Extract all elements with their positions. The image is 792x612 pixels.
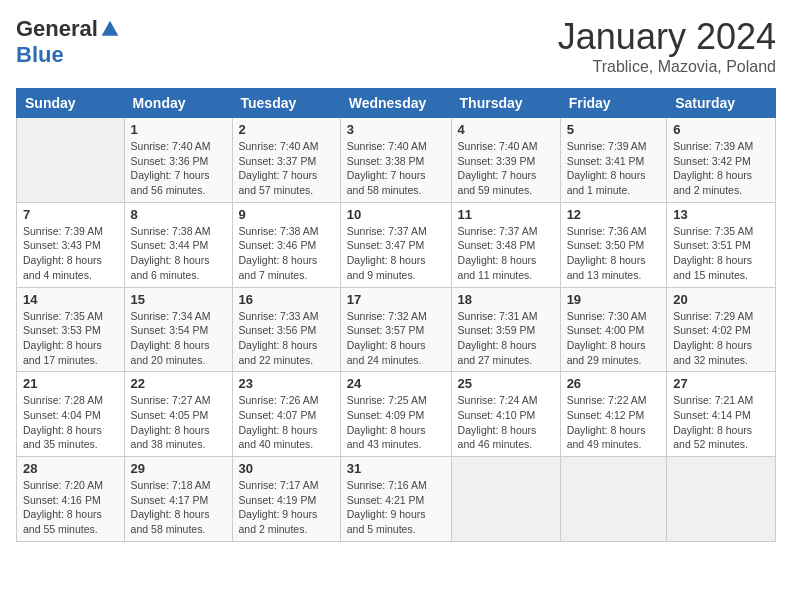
calendar-table: SundayMondayTuesdayWednesdayThursdayFrid… bbox=[16, 88, 776, 542]
calendar-week-3: 14Sunrise: 7:35 AM Sunset: 3:53 PM Dayli… bbox=[17, 287, 776, 372]
calendar-cell: 4Sunrise: 7:40 AM Sunset: 3:39 PM Daylig… bbox=[451, 118, 560, 203]
day-number: 10 bbox=[347, 207, 445, 222]
day-info: Sunrise: 7:40 AM Sunset: 3:39 PM Dayligh… bbox=[458, 139, 554, 198]
calendar-cell: 31Sunrise: 7:16 AM Sunset: 4:21 PM Dayli… bbox=[340, 457, 451, 542]
calendar-cell: 17Sunrise: 7:32 AM Sunset: 3:57 PM Dayli… bbox=[340, 287, 451, 372]
day-info: Sunrise: 7:34 AM Sunset: 3:54 PM Dayligh… bbox=[131, 309, 226, 368]
day-info: Sunrise: 7:30 AM Sunset: 4:00 PM Dayligh… bbox=[567, 309, 661, 368]
day-number: 17 bbox=[347, 292, 445, 307]
day-info: Sunrise: 7:40 AM Sunset: 3:36 PM Dayligh… bbox=[131, 139, 226, 198]
calendar-cell: 12Sunrise: 7:36 AM Sunset: 3:50 PM Dayli… bbox=[560, 202, 667, 287]
day-number: 20 bbox=[673, 292, 769, 307]
day-number: 19 bbox=[567, 292, 661, 307]
day-info: Sunrise: 7:18 AM Sunset: 4:17 PM Dayligh… bbox=[131, 478, 226, 537]
day-number: 3 bbox=[347, 122, 445, 137]
weekday-header-tuesday: Tuesday bbox=[232, 89, 340, 118]
calendar-week-2: 7Sunrise: 7:39 AM Sunset: 3:43 PM Daylig… bbox=[17, 202, 776, 287]
day-info: Sunrise: 7:29 AM Sunset: 4:02 PM Dayligh… bbox=[673, 309, 769, 368]
day-info: Sunrise: 7:25 AM Sunset: 4:09 PM Dayligh… bbox=[347, 393, 445, 452]
day-number: 31 bbox=[347, 461, 445, 476]
calendar-cell: 9Sunrise: 7:38 AM Sunset: 3:46 PM Daylig… bbox=[232, 202, 340, 287]
day-info: Sunrise: 7:21 AM Sunset: 4:14 PM Dayligh… bbox=[673, 393, 769, 452]
day-info: Sunrise: 7:31 AM Sunset: 3:59 PM Dayligh… bbox=[458, 309, 554, 368]
day-number: 7 bbox=[23, 207, 118, 222]
svg-marker-0 bbox=[102, 21, 119, 36]
day-number: 9 bbox=[239, 207, 334, 222]
day-number: 26 bbox=[567, 376, 661, 391]
day-info: Sunrise: 7:20 AM Sunset: 4:16 PM Dayligh… bbox=[23, 478, 118, 537]
day-info: Sunrise: 7:37 AM Sunset: 3:47 PM Dayligh… bbox=[347, 224, 445, 283]
day-info: Sunrise: 7:39 AM Sunset: 3:41 PM Dayligh… bbox=[567, 139, 661, 198]
calendar-cell: 28Sunrise: 7:20 AM Sunset: 4:16 PM Dayli… bbox=[17, 457, 125, 542]
day-info: Sunrise: 7:32 AM Sunset: 3:57 PM Dayligh… bbox=[347, 309, 445, 368]
calendar-cell: 7Sunrise: 7:39 AM Sunset: 3:43 PM Daylig… bbox=[17, 202, 125, 287]
calendar-cell: 14Sunrise: 7:35 AM Sunset: 3:53 PM Dayli… bbox=[17, 287, 125, 372]
day-number: 27 bbox=[673, 376, 769, 391]
calendar-cell bbox=[667, 457, 776, 542]
calendar-cell: 10Sunrise: 7:37 AM Sunset: 3:47 PM Dayli… bbox=[340, 202, 451, 287]
day-info: Sunrise: 7:37 AM Sunset: 3:48 PM Dayligh… bbox=[458, 224, 554, 283]
day-info: Sunrise: 7:33 AM Sunset: 3:56 PM Dayligh… bbox=[239, 309, 334, 368]
day-number: 5 bbox=[567, 122, 661, 137]
title-section: January 2024 Trablice, Mazovia, Poland bbox=[558, 16, 776, 76]
weekday-header-row: SundayMondayTuesdayWednesdayThursdayFrid… bbox=[17, 89, 776, 118]
day-info: Sunrise: 7:39 AM Sunset: 3:42 PM Dayligh… bbox=[673, 139, 769, 198]
calendar-cell bbox=[451, 457, 560, 542]
day-number: 21 bbox=[23, 376, 118, 391]
calendar-cell: 25Sunrise: 7:24 AM Sunset: 4:10 PM Dayli… bbox=[451, 372, 560, 457]
calendar-cell: 1Sunrise: 7:40 AM Sunset: 3:36 PM Daylig… bbox=[124, 118, 232, 203]
day-info: Sunrise: 7:26 AM Sunset: 4:07 PM Dayligh… bbox=[239, 393, 334, 452]
day-number: 4 bbox=[458, 122, 554, 137]
weekday-header-wednesday: Wednesday bbox=[340, 89, 451, 118]
calendar-cell: 8Sunrise: 7:38 AM Sunset: 3:44 PM Daylig… bbox=[124, 202, 232, 287]
logo-icon bbox=[100, 19, 120, 39]
day-number: 1 bbox=[131, 122, 226, 137]
day-number: 6 bbox=[673, 122, 769, 137]
calendar-cell: 30Sunrise: 7:17 AM Sunset: 4:19 PM Dayli… bbox=[232, 457, 340, 542]
calendar-week-5: 28Sunrise: 7:20 AM Sunset: 4:16 PM Dayli… bbox=[17, 457, 776, 542]
day-info: Sunrise: 7:40 AM Sunset: 3:38 PM Dayligh… bbox=[347, 139, 445, 198]
day-number: 18 bbox=[458, 292, 554, 307]
day-number: 2 bbox=[239, 122, 334, 137]
day-info: Sunrise: 7:36 AM Sunset: 3:50 PM Dayligh… bbox=[567, 224, 661, 283]
day-number: 12 bbox=[567, 207, 661, 222]
calendar-cell bbox=[560, 457, 667, 542]
calendar-cell: 16Sunrise: 7:33 AM Sunset: 3:56 PM Dayli… bbox=[232, 287, 340, 372]
logo: General Blue bbox=[16, 16, 120, 68]
calendar-cell bbox=[17, 118, 125, 203]
weekday-header-thursday: Thursday bbox=[451, 89, 560, 118]
day-number: 13 bbox=[673, 207, 769, 222]
day-number: 24 bbox=[347, 376, 445, 391]
day-info: Sunrise: 7:35 AM Sunset: 3:51 PM Dayligh… bbox=[673, 224, 769, 283]
calendar-cell: 27Sunrise: 7:21 AM Sunset: 4:14 PM Dayli… bbox=[667, 372, 776, 457]
logo-general-text: General bbox=[16, 16, 98, 42]
day-info: Sunrise: 7:35 AM Sunset: 3:53 PM Dayligh… bbox=[23, 309, 118, 368]
calendar-title: January 2024 bbox=[558, 16, 776, 58]
weekday-header-saturday: Saturday bbox=[667, 89, 776, 118]
day-number: 15 bbox=[131, 292, 226, 307]
day-number: 14 bbox=[23, 292, 118, 307]
day-number: 29 bbox=[131, 461, 226, 476]
day-number: 25 bbox=[458, 376, 554, 391]
calendar-cell: 26Sunrise: 7:22 AM Sunset: 4:12 PM Dayli… bbox=[560, 372, 667, 457]
day-number: 8 bbox=[131, 207, 226, 222]
calendar-cell: 21Sunrise: 7:28 AM Sunset: 4:04 PM Dayli… bbox=[17, 372, 125, 457]
day-number: 22 bbox=[131, 376, 226, 391]
calendar-cell: 15Sunrise: 7:34 AM Sunset: 3:54 PM Dayli… bbox=[124, 287, 232, 372]
calendar-cell: 11Sunrise: 7:37 AM Sunset: 3:48 PM Dayli… bbox=[451, 202, 560, 287]
day-info: Sunrise: 7:27 AM Sunset: 4:05 PM Dayligh… bbox=[131, 393, 226, 452]
calendar-cell: 24Sunrise: 7:25 AM Sunset: 4:09 PM Dayli… bbox=[340, 372, 451, 457]
calendar-cell: 5Sunrise: 7:39 AM Sunset: 3:41 PM Daylig… bbox=[560, 118, 667, 203]
calendar-cell: 6Sunrise: 7:39 AM Sunset: 3:42 PM Daylig… bbox=[667, 118, 776, 203]
day-number: 28 bbox=[23, 461, 118, 476]
calendar-cell: 20Sunrise: 7:29 AM Sunset: 4:02 PM Dayli… bbox=[667, 287, 776, 372]
calendar-cell: 23Sunrise: 7:26 AM Sunset: 4:07 PM Dayli… bbox=[232, 372, 340, 457]
calendar-subtitle: Trablice, Mazovia, Poland bbox=[558, 58, 776, 76]
calendar-cell: 18Sunrise: 7:31 AM Sunset: 3:59 PM Dayli… bbox=[451, 287, 560, 372]
weekday-header-sunday: Sunday bbox=[17, 89, 125, 118]
calendar-week-4: 21Sunrise: 7:28 AM Sunset: 4:04 PM Dayli… bbox=[17, 372, 776, 457]
day-number: 30 bbox=[239, 461, 334, 476]
day-number: 23 bbox=[239, 376, 334, 391]
day-info: Sunrise: 7:39 AM Sunset: 3:43 PM Dayligh… bbox=[23, 224, 118, 283]
calendar-cell: 13Sunrise: 7:35 AM Sunset: 3:51 PM Dayli… bbox=[667, 202, 776, 287]
